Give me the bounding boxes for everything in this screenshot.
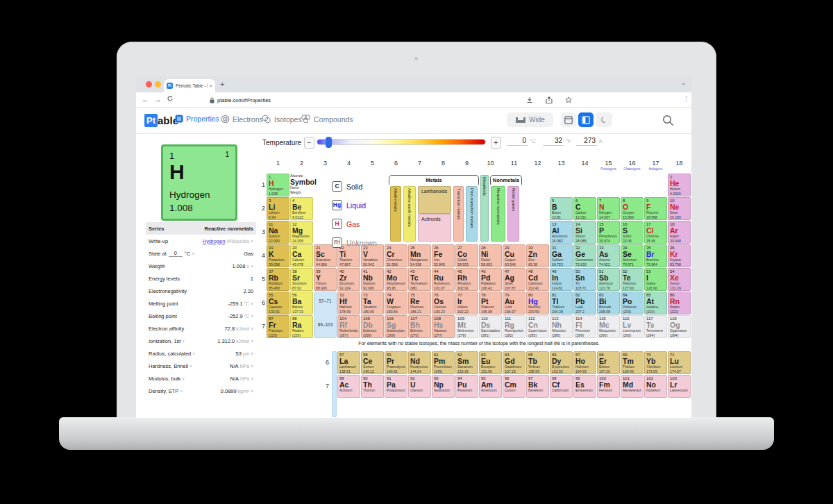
tab-isotopes[interactable]: Isotopes [262, 115, 302, 124]
element-cell-pa[interactable]: 91PaProtactinium [385, 375, 407, 398]
element-cell-hs[interactable]: 108HsHassium(277) [432, 315, 455, 338]
element-cell-ar[interactable]: 18ArArgon39.948 [668, 221, 691, 244]
element-cell-b[interactable]: 5BBoron10.81 [550, 197, 573, 220]
window-close-button[interactable] [146, 81, 152, 87]
element-cell-xe[interactable]: 54XeXenon131.29 [668, 268, 691, 291]
download-icon[interactable] [526, 96, 533, 103]
element-cell-cm[interactable]: 96CmCurium [503, 375, 525, 398]
element-cell-li[interactable]: 3LiLithium6.94 [267, 197, 289, 220]
element-cell-tc[interactable]: 43TcTechnetium(98) [408, 268, 431, 291]
legend-alkali-metals[interactable]: Alkali metals [390, 186, 401, 242]
temperature-plus-button[interactable]: + [491, 137, 501, 149]
legend-reactive-nonmetals[interactable]: Reactive nonmetals [491, 186, 505, 242]
share-icon[interactable] [546, 96, 553, 103]
element-cell-fe[interactable]: 26FeIron55.845 [432, 244, 455, 267]
element-cell-hf[interactable]: 72HfHafnium178.49 [337, 292, 360, 314]
element-cell-ni[interactable]: 28NiNickel58.693 [479, 244, 502, 267]
element-cell-cr[interactable]: 24CrChromium51.996 [385, 244, 407, 267]
element-cell-sn[interactable]: 50SnTin118.71 [573, 268, 596, 291]
element-cell-br[interactable]: 35BrBromine79.904 [644, 244, 667, 267]
element-cell-es[interactable]: 99EsEinsteinium [573, 375, 596, 398]
element-cell-os[interactable]: 76OsOsmium190.23 [432, 292, 455, 314]
tab-properties[interactable]: Properties [175, 115, 219, 123]
element-cell-lr[interactable]: 103LrLawrencium [668, 375, 691, 398]
legend-lanthanoids[interactable]: Lanthanoids [418, 186, 451, 214]
element-cell-lu[interactable]: 71LuLutetium174.97 [668, 351, 691, 374]
element-cell-cn[interactable]: 112CnCopernicium(285) [526, 315, 549, 338]
element-cell-cd[interactable]: 48CdCadmium112.41 [526, 268, 549, 291]
element-cell-in[interactable]: 49InIndium114.82 [550, 268, 573, 291]
celsius-field[interactable]: 0 °C [507, 137, 536, 146]
element-cell-ds[interactable]: 110DsDarmstadtium(281) [479, 315, 502, 338]
tab-electrons[interactable]: Electrons [221, 115, 263, 124]
dark-mode-button[interactable]: ☾ [596, 112, 612, 127]
element-cell-na[interactable]: 11NaSodium22.990 [267, 221, 289, 244]
element-cell-db[interactable]: 105DbDubnium(268) [361, 315, 384, 338]
element-cell-p[interactable]: 15PPhosphorus30.974 [597, 221, 620, 244]
element-cell-rg[interactable]: 111RgRoentgenium(282) [503, 315, 525, 338]
window-minimize-button[interactable] [155, 81, 161, 87]
element-cell-yb[interactable]: 70YbYtterbium173.05 [644, 351, 667, 374]
element-cell-rf[interactable]: 104RfRutherfordium(267) [337, 315, 360, 338]
element-cell-i[interactable]: 53IIodine126.90 [644, 268, 667, 291]
element-cell-rh[interactable]: 45RhRhodium102.91 [455, 268, 478, 291]
forward-button[interactable]: → [154, 95, 162, 103]
element-cell-nb[interactable]: 41NbNiobium92.906 [361, 268, 384, 291]
temperature-slider-thumb[interactable] [326, 137, 332, 148]
element-cell-al[interactable]: 13AlAluminium26.982 [550, 221, 573, 244]
element-cell-eu[interactable]: 63EuEuropium151.96 [479, 351, 502, 374]
element-cell-kr[interactable]: 36KrKrypton83.798 [668, 244, 691, 267]
layout-sidebar-button[interactable] [578, 112, 594, 127]
ptable-logo[interactable]: Ptable [144, 114, 178, 127]
element-cell-ba[interactable]: 56BaBarium137.33 [290, 292, 313, 314]
tab-compounds[interactable]: Compounds [301, 115, 353, 124]
element-cell-co[interactable]: 27CoCobalt58.933 [455, 244, 478, 267]
element-cell-fl[interactable]: 114FlFlerovium(289) [573, 315, 596, 338]
element-cell-ge[interactable]: 32GeGermanium72.630 [573, 244, 596, 267]
element-cell-w[interactable]: 74WTungsten183.84 [385, 292, 407, 314]
element-cell-sb[interactable]: 51SbAntimony121.76 [597, 268, 620, 291]
wide-button[interactable]: Wide [507, 112, 553, 127]
element-cell-pt[interactable]: 78PtPlatinum195.08 [479, 292, 502, 314]
element-cell-h[interactable]: 1HHydrogen1.008 [267, 174, 289, 196]
url-text[interactable]: ptable.com/#Properties [217, 97, 271, 103]
legend-actinoids[interactable]: Actinoids [418, 214, 451, 242]
element-cell-u[interactable]: 92UUranium [408, 375, 431, 398]
element-cell-mn[interactable]: 25MnManganese54.938 [408, 244, 431, 267]
element-cell-y[interactable]: 39YYttrium88.906 [314, 268, 337, 291]
element-cell-lv[interactable]: 116LvLivermorium(293) [621, 315, 643, 338]
fahrenheit-field[interactable]: 32 °F [543, 137, 571, 146]
element-cell-au[interactable]: 79AuGold196.97 [503, 292, 525, 314]
bookmark-star-icon[interactable] [565, 96, 572, 103]
kelvin-field[interactable]: 273 K [576, 137, 603, 146]
element-cell-rn[interactable]: 86RnRadon(222) [668, 292, 691, 314]
element-cell-am[interactable]: 95AmAmericium [479, 375, 502, 398]
element-cell-mg[interactable]: 12MgMagnesium24.305 [290, 221, 313, 244]
element-cell-cl[interactable]: 17ClChlorine35.45 [644, 221, 667, 244]
element-cell-np[interactable]: 93NpNeptunium [432, 375, 455, 398]
element-cell-fm[interactable]: 100FmFermium [597, 375, 620, 398]
element-cell-pd[interactable]: 46PdPalladium106.42 [479, 268, 502, 291]
element-cell-ce[interactable]: 58CeCerium140.12 [361, 351, 384, 374]
element-cell-ca[interactable]: 20CaCalcium40.078 [290, 244, 313, 267]
element-cell-n[interactable]: 7NNitrogen14.007 [597, 197, 620, 220]
element-cell-fr[interactable]: 87FrFrancium(223) [267, 315, 289, 338]
element-cell-ir[interactable]: 77IrIridium192.22 [455, 292, 478, 314]
legend-post-transition-metals[interactable]: Post-transition metals [466, 186, 478, 242]
temperature-minus-button[interactable]: − [304, 137, 314, 149]
element-cell-ho[interactable]: 67HoHolmium164.93 [573, 351, 596, 374]
legend-metalloids[interactable]: Metalloids [480, 175, 489, 242]
element-cell-bk[interactable]: 97BkBerkelium [526, 375, 549, 398]
element-cell-o[interactable]: 8OOxygen15.999 [621, 197, 643, 220]
element-cell-nd[interactable]: 60NdNeodymium144.24 [408, 351, 431, 374]
temperature-label[interactable]: Temperature [262, 139, 301, 146]
element-cell-f[interactable]: 9FFluorine18.998 [644, 197, 667, 220]
element-cell-sg[interactable]: 106SgSeaborgium(269) [385, 315, 407, 338]
element-cell-nh[interactable]: 113NhNihonium(286) [550, 315, 573, 338]
element-cell-zr[interactable]: 40ZrZirconium91.224 [337, 268, 360, 291]
element-cell-s[interactable]: 16SSulfur32.06 [621, 221, 643, 244]
element-cell-re[interactable]: 75ReRhenium186.21 [408, 292, 431, 314]
new-tab-button[interactable]: + [220, 80, 224, 88]
element-cell-mo[interactable]: 42MoMolybdenum95.95 [385, 268, 407, 291]
element-cell-cs[interactable]: 55CsCaesium132.91 [267, 292, 289, 314]
